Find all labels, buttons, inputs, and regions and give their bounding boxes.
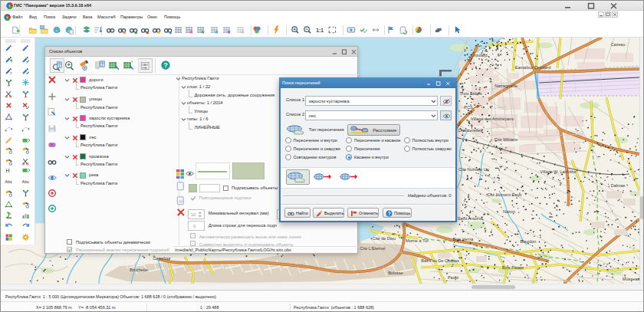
svg-text:Abc: Abc [5,179,13,184]
svg-text:Bois Patate: Bois Patate [502,265,524,270]
svg-text:OBX: OBX [142,64,148,67]
svg-text:Abc: Abc [22,179,30,184]
svg-text:Carrefour: Carrefour [153,256,170,261]
svg-text:?: ? [388,211,391,216]
svg-text:?: ? [10,71,13,76]
svg-text:Narraguaille: Narraguaille [495,84,518,88]
svg-text:Dalmas: Dalmas [611,183,626,188]
svg-text:Bois Verna: Bois Verna [453,237,475,241]
svg-text:Cité Numero Deux: Cité Numero Deux [487,192,521,197]
svg-text:Morne à Tuf: Morne à Tuf [406,238,429,243]
svg-text:Village W. Lamothe: Village W. Lamothe [540,169,576,174]
svg-text:Bourdon: Bourdon [521,239,537,244]
svg-text:Bas Peu De Choses: Bas Peu De Choses [421,258,459,263]
svg-text:Droulard: Droulard [471,53,487,57]
svg-text:Cité Militaire: Cité Militaire [495,137,518,142]
svg-text:Cité Numero Un: Cité Numero Un [458,167,488,172]
svg-text:Musseau: Musseau [623,277,639,281]
svg-text:1:1: 1:1 [316,28,324,33]
svg-text:Cité L'Eternel: Cité L'Eternel [360,246,386,251]
svg-text:?: ? [164,61,168,69]
svg-text:Pacot: Pacot [448,275,459,280]
svg-text:Eamafour Droulard: Eamafour Droulard [515,65,550,70]
svg-text:Cazeau: Cazeau [611,42,626,47]
svg-text:Nazon: Nazon [503,209,515,214]
svg-text:Brochette: Brochette [130,268,148,272]
svg-text:Village des Amoreyans: Village des Amoreyans [471,117,514,121]
svg-text:PCS: PCS [464,105,473,110]
svg-text:Cité de Dieu: Cité de Dieu [373,236,396,241]
svg-text:Trois Bébés: Trois Bébés [459,91,481,96]
svg-text:H: H [6,168,10,173]
svg-text:Saint Antoine: Saint Antoine [458,216,482,221]
svg-text:Chancerelles: Chancerelles [458,128,482,133]
svg-text:Bolosse: Bolosse [388,271,403,275]
